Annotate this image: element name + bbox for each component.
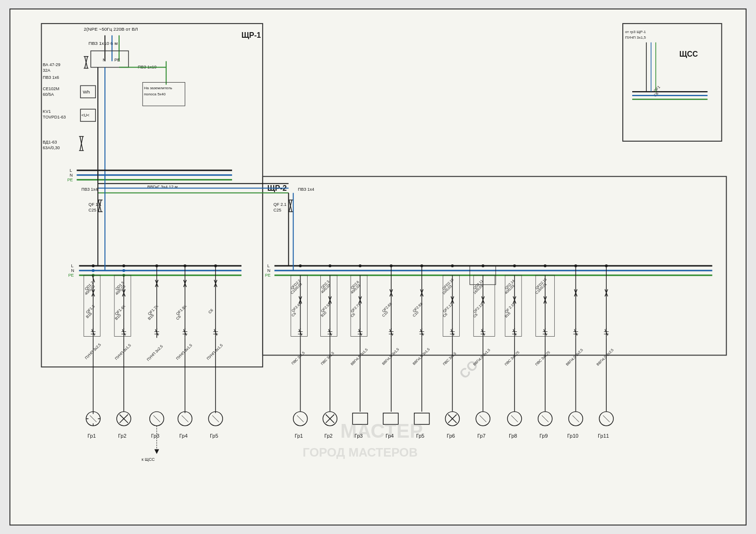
cable-r-gr10: ВВГнLS 3х2,5 xyxy=(565,348,584,367)
к-щсс-label: к ЩСС xyxy=(142,457,155,462)
r-gr1-name: Гр1 xyxy=(295,433,303,439)
pv3-1x10-6m: ПВЗ 1х10 6 м xyxy=(88,41,118,46)
pv3-1x6-label: ПВЗ 1х6 xyxy=(43,75,59,80)
dot-qd2-6 xyxy=(359,264,361,267)
n-label-top: N xyxy=(103,58,105,62)
dot-gr10 xyxy=(574,264,577,267)
qf1-7x-label: QF1.7X xyxy=(147,304,159,316)
щр1-L-label: L xyxy=(69,168,72,173)
dot-qfd2-2 xyxy=(299,264,302,267)
r-gr11-name: Гр11 xyxy=(598,433,609,439)
r-gr8-fil xyxy=(511,415,518,422)
r-gr1-fil xyxy=(297,415,304,422)
dot-gr11 xyxy=(605,264,608,267)
gr5-name: Гр5 xyxy=(210,433,218,439)
gr5-lamp-fil xyxy=(212,415,219,422)
cable-gr2: ПУНП 3х1,5 xyxy=(114,343,132,361)
r-gr10-fil xyxy=(572,415,579,422)
dot-qd1-2-L xyxy=(92,264,94,267)
ground-label-2: полоса 5х40 xyxy=(144,92,166,96)
ce102m-amp: 60/5А xyxy=(43,92,54,97)
r-gr2-name: Гр2 xyxy=(324,433,332,439)
dot-qd2-14 xyxy=(513,264,516,267)
watermark-line1: МАСТЕР xyxy=(340,420,423,442)
dot-qd1-2-N xyxy=(92,269,94,272)
r-gr8-name: Гр8 xyxy=(509,433,517,439)
voltage-relay-label: <U< xyxy=(81,113,89,118)
gr1-lamp-fil xyxy=(90,415,96,422)
pv3-1x4-щр1: ПВЗ 1х4 xyxy=(81,187,97,192)
qf1-8x-amp: C6 xyxy=(175,314,182,321)
qf-c6-label: C6 xyxy=(207,308,214,314)
from-щр1-label1: от гр3 ЩР-1 xyxy=(625,30,646,34)
cable-r-gr5: ВВГнLS 3х1,5 xyxy=(412,347,431,366)
input-label: 2(NPE ~50Гц 220В от ВЛ xyxy=(84,26,138,32)
dot-qfd2-10 xyxy=(451,264,454,267)
r-gr6-name: Гр6 xyxy=(447,433,455,439)
dot-qd1-5-L xyxy=(122,264,125,267)
va47-29-amp: 32А xyxy=(43,68,51,73)
pv3-1x4-щр2: ПВЗ 1х4 xyxy=(298,187,314,192)
щр1-PE-label: PE xyxy=(67,178,73,182)
cable-gr3: ПУНП 3х2,5 xyxy=(146,344,164,362)
qf2-13-label: QF2.13 xyxy=(472,303,484,314)
r-gr7-name: Гр7 xyxy=(477,433,485,439)
r-gr7-fil xyxy=(480,415,486,422)
watermark-line2: ГОРОД МАСТЕРОВ xyxy=(303,446,418,459)
qf1-4x-label: QF1.4X xyxy=(114,304,127,316)
kv1-model: TOVPD1-63 xyxy=(43,115,66,119)
cable-r-gr2: ПВС 3х1,5 xyxy=(320,351,335,366)
diagram-svg: ЩР-1 ЩР-2 ЩСС 2(NPE ~50Гц 220В от ВЛ ПВЗ… xyxy=(10,9,746,525)
r-gr10-name: Гр10 xyxy=(567,433,579,439)
к-щсс-arrow xyxy=(155,449,159,454)
diagram-page: ЩР-1 ЩР-2 ЩСС 2(NPE ~50Гц 220В от ВЛ ПВЗ… xyxy=(9,8,747,526)
qf2-15-label: QF 2.15 xyxy=(504,302,515,314)
ce102m-label: СЕ102М xyxy=(43,86,60,91)
cable-r-gr11: ВВГнLS 3х2,5 xyxy=(596,348,615,367)
vd1-63-amp: 63А/0,30 xyxy=(43,145,60,150)
cable-r-gr3: ВВГнLS 3х1,5 xyxy=(350,348,369,366)
pe-label-top: PE xyxy=(114,58,120,62)
щр1-N-label: N xyxy=(69,173,72,178)
щр1-L-bot-label: L xyxy=(71,263,73,268)
qf2-12-label: QF2.12 xyxy=(442,302,454,314)
щр1-N-bot-label: N xyxy=(71,268,74,273)
cable-r-gr4: ВВГнLS 3х1,5 xyxy=(381,347,400,366)
gr2-name: Гр2 xyxy=(118,433,126,439)
щсс-label: ЩСС xyxy=(679,50,698,58)
cable-r-gr6: ПВС 3х1,5 xyxy=(442,351,457,366)
dot-qfd2-16 xyxy=(544,264,547,267)
qf2-1-amp: C25 xyxy=(274,208,281,212)
cable-gr5: ПУНП 3х1,5 xyxy=(206,343,224,361)
щсс-border xyxy=(623,24,722,141)
cable-r-gr1: ПВС 3х1,5 xyxy=(291,351,306,366)
va47-29-label: ВА 47-29 xyxy=(43,62,60,67)
dot-qd1-5-N xyxy=(122,269,125,272)
main-switch xyxy=(91,51,129,68)
qf2-7x-label: QF2.7X xyxy=(350,302,361,314)
cable-gr4: ПУНП 3х1,5 xyxy=(175,343,193,361)
gr4-lamp-fil xyxy=(182,415,189,422)
щр1-PE-bot-label: PE xyxy=(68,273,74,278)
electrical-diagram: ЩР-1 ЩР-2 ЩСС 2(NPE ~50Гц 220В от ВЛ ПВЗ… xyxy=(10,9,746,525)
gr3-lamp-fil xyxy=(154,415,160,422)
qf1-8x-label: QF1.8X xyxy=(175,304,188,316)
gr3-name: Гр3 xyxy=(151,433,159,439)
kv1-label: KV1 xyxy=(43,109,51,114)
pv3-1x10-label: ПВЗ 1х10 xyxy=(138,65,156,69)
r-gr9-fil xyxy=(542,415,549,422)
from-щр1-label2: ПУНП 3х1,5 xyxy=(625,35,646,40)
qf2-13-amp: C6 xyxy=(472,313,479,319)
cable-r-gr9: ПВС 3х0,75 xyxy=(534,350,551,367)
щр1-label: ЩР-1 xyxy=(241,31,261,39)
щр2-N-label: N xyxy=(267,268,270,273)
r-gr11-fil xyxy=(603,415,610,422)
щр2-L-label: L xyxy=(267,263,270,268)
vd1-63-label: ВД1-63 xyxy=(43,140,57,144)
щр2-PE-label: PE xyxy=(265,273,271,278)
qf2-4x-amp: C6 xyxy=(291,311,297,317)
wh-label: Wh xyxy=(83,89,90,94)
ground-label-1: На заземлитель xyxy=(144,86,172,90)
qf2-1-label: QF 2.1 xyxy=(274,202,286,207)
gr1-name: Гр1 xyxy=(87,433,95,439)
